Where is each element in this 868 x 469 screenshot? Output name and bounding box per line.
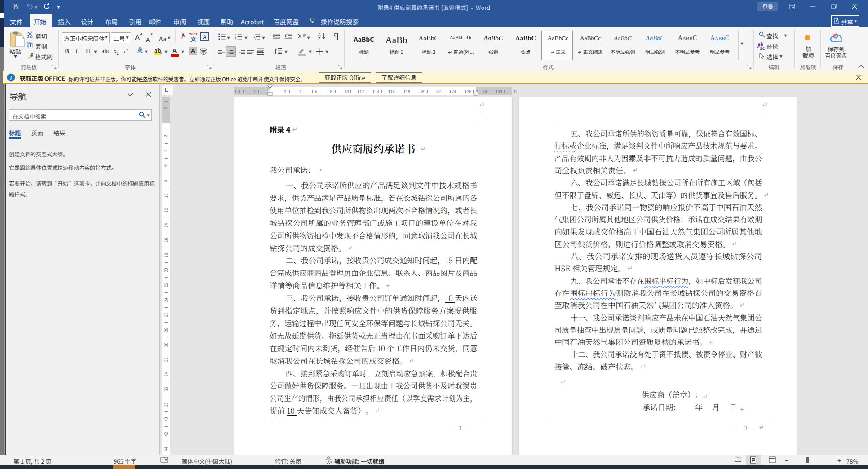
svg-text:i: i bbox=[255, 38, 256, 40]
svg-text:3: 3 bbox=[235, 38, 236, 40]
svg-text:A: A bbox=[182, 33, 185, 38]
svg-text:X: X bbox=[298, 33, 301, 40]
svg-text:i: i bbox=[10, 75, 12, 81]
svg-text:Z: Z bbox=[318, 36, 320, 40]
